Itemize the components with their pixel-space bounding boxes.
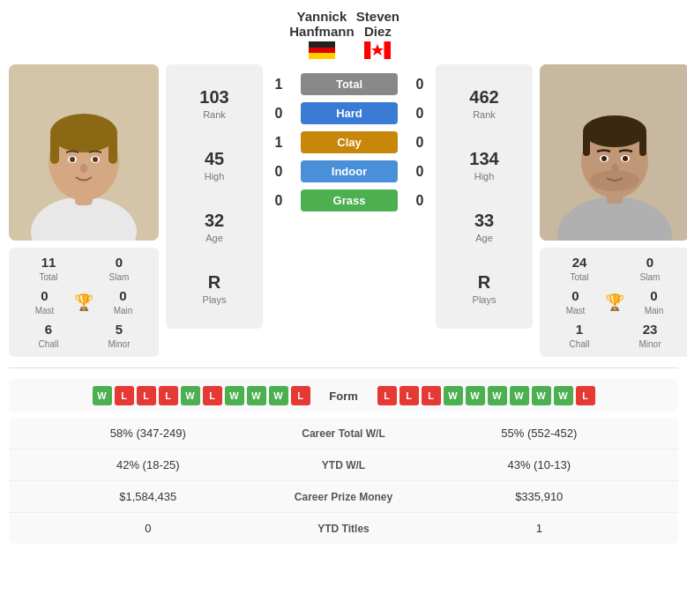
- right-minor-label: Minor: [638, 339, 661, 349]
- indoor-right-score: 0: [411, 164, 429, 180]
- right-plays-stat: R Plays: [444, 272, 524, 306]
- prize-center: Career Prize Money: [273, 491, 414, 503]
- right-main-cell: 0 Main: [625, 288, 683, 316]
- right-form-badges: L L L W W W W W W L: [377, 386, 670, 405]
- hard-row: 0 Hard 0: [270, 102, 429, 124]
- total-right-score: 0: [411, 77, 429, 93]
- right-flag: [356, 41, 400, 59]
- svg-rect-0: [364, 41, 371, 59]
- right-minor-cell: 23 Minor: [617, 322, 683, 350]
- left-form-1: W: [93, 386, 112, 405]
- left-form-8: W: [247, 386, 266, 405]
- left-plays-stat: R Plays: [175, 272, 254, 306]
- right-form-1: L: [377, 386, 397, 405]
- right-trophy-icon: 🏆: [604, 293, 625, 312]
- left-rank-value: 103: [175, 87, 254, 108]
- right-total-value: 24: [547, 255, 612, 270]
- left-form-9: W: [269, 386, 288, 405]
- career-wl-center: Career Total W/L: [273, 427, 414, 440]
- left-plays-value: R: [175, 272, 254, 293]
- right-rank-label: Rank: [473, 109, 496, 120]
- left-high-stat: 45 High: [175, 149, 254, 182]
- svg-point-26: [601, 156, 607, 161]
- left-form-4: L: [159, 386, 178, 405]
- left-rank-stat: 103 Rank: [175, 87, 254, 121]
- left-minor-cell: 5 Minor: [86, 322, 152, 350]
- right-minor-value: 23: [617, 322, 683, 337]
- career-wl-row: 58% (347-249) Career Total W/L 55% (552-…: [9, 418, 678, 449]
- right-total-cell: 24 Total: [547, 255, 612, 283]
- left-minor-label: Minor: [108, 339, 130, 349]
- ytd-wl-left: 42% (18-25): [23, 458, 273, 471]
- svg-point-13: [70, 157, 75, 162]
- right-form-7: W: [510, 386, 529, 405]
- left-age-label: Age: [205, 233, 223, 243]
- right-age-label: Age: [475, 233, 493, 243]
- left-player-photo: [9, 64, 159, 241]
- indoor-badge: Indoor: [301, 160, 398, 182]
- left-plays-label: Plays: [203, 294, 227, 305]
- stats-comparison: 58% (347-249) Career Total W/L 55% (552-…: [9, 418, 678, 544]
- clay-row: 1 Clay 0: [270, 131, 429, 153]
- right-main-label: Main: [645, 306, 664, 315]
- ytd-wl-right: 43% (10-13): [414, 458, 665, 471]
- grass-left-score: 0: [270, 193, 287, 209]
- clay-right-score: 0: [411, 135, 429, 151]
- right-age-value: 33: [444, 211, 524, 231]
- svg-rect-9: [50, 133, 59, 164]
- hard-right-score: 0: [411, 106, 429, 122]
- svg-point-20: [583, 115, 646, 147]
- right-chall-value: 1: [547, 322, 612, 337]
- total-row: 1 Total 0: [270, 73, 429, 95]
- total-left-score: 1: [270, 77, 287, 93]
- left-main-cell: 0 Main: [94, 288, 152, 316]
- svg-rect-22: [639, 131, 646, 156]
- right-chall-cell: 1 Chall: [547, 322, 612, 350]
- career-wl-right: 55% (552-452): [414, 427, 665, 440]
- right-player-photo: [540, 64, 687, 241]
- total-badge: Total: [301, 73, 398, 95]
- right-chall-label: Chall: [570, 339, 590, 349]
- ytd-wl-row: 42% (18-25) YTD W/L 43% (10-13): [9, 449, 678, 481]
- right-form-6: W: [488, 386, 507, 405]
- grass-badge: Grass: [301, 189, 398, 212]
- left-form-5: W: [181, 386, 200, 405]
- left-chall-cell: 6 Chall: [16, 322, 81, 350]
- titles-left: 0: [23, 522, 273, 535]
- right-slam-label: Slam: [640, 272, 661, 282]
- prize-row: $1,584,435 Career Prize Money $335,910: [9, 481, 678, 513]
- clay-badge: Clay: [301, 131, 398, 153]
- left-main-label: Main: [114, 306, 133, 315]
- main-container: Yannick Hanfmann Steven Diez: [0, 0, 687, 553]
- left-form-6: L: [203, 386, 222, 405]
- form-label: Form: [317, 390, 370, 403]
- left-slam-label: Slam: [109, 272, 130, 282]
- right-slam-cell: 0 Slam: [617, 255, 683, 283]
- right-age-stat: 33 Age: [444, 211, 524, 244]
- career-wl-left: 58% (347-249): [23, 427, 273, 440]
- svg-point-28: [611, 164, 618, 173]
- right-plays-value: R: [444, 272, 524, 293]
- svg-point-14: [93, 157, 98, 162]
- form-row: W L L L W L W W W L Form L L L W W W W W…: [9, 379, 678, 412]
- svg-rect-10: [108, 133, 117, 164]
- right-plays-label: Plays: [473, 294, 497, 305]
- right-slam-value: 0: [617, 255, 683, 270]
- right-high-stat: 134 High: [444, 149, 524, 182]
- grass-right-score: 0: [411, 193, 429, 209]
- right-form-3: L: [422, 386, 441, 405]
- left-form-3: L: [137, 386, 156, 405]
- indoor-row: 0 Indoor 0: [270, 160, 429, 182]
- left-rank-label: Rank: [203, 109, 226, 120]
- right-player-header: Steven Diez: [356, 9, 400, 59]
- left-player-section: 11 Total 0 Slam 0 Mast 🏆: [9, 64, 159, 357]
- svg-point-8: [50, 114, 117, 152]
- left-high-value: 45: [175, 149, 254, 169]
- right-total-label: Total: [570, 272, 588, 282]
- left-mast-value: 0: [16, 288, 73, 303]
- titles-right: 1: [414, 522, 665, 535]
- titles-row: 0 YTD Titles 1: [9, 513, 678, 544]
- right-mast-value: 0: [547, 288, 604, 303]
- left-player-header: Yannick Hanfmann: [287, 9, 356, 59]
- indoor-left-score: 0: [270, 164, 287, 180]
